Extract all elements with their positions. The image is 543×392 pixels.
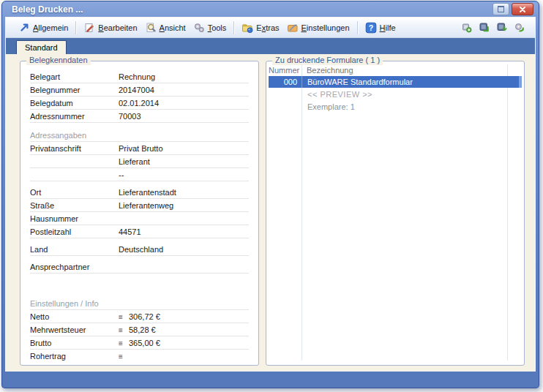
form-row: Lieferant (30, 155, 249, 168)
field-label: Ort (30, 188, 119, 197)
restore-icon (498, 6, 504, 12)
print-forms-panel: Zu druckende Formulare ( 1 ) Nummer Beze… (266, 61, 525, 366)
field-label: Belegart (30, 72, 119, 81)
menu-tools[interactable]: Tools (190, 20, 231, 35)
form-row: Postleitzahl44571 (30, 225, 249, 238)
import-icon[interactable] (496, 22, 507, 33)
menu-hilfe[interactable]: ?Hilfe (362, 20, 400, 35)
menu-bearbeiten[interactable]: Bearbeiten (80, 20, 141, 35)
field-value: 365,00 € (129, 339, 160, 347)
field-value: 44571 (119, 227, 141, 236)
field-value: Lieferant (119, 157, 150, 166)
selection-edge (519, 76, 522, 88)
menu-label-allgemein: Allgemein (33, 23, 68, 32)
table-rows: 000BüroWARE Standardformular (269, 76, 522, 88)
copies-line: Exemplare: 1 (269, 100, 522, 113)
window-body: AllgemeinBearbeitenAnsichtToolsExtrasEin… (5, 17, 536, 372)
field-label: Privatanschrift (30, 144, 119, 153)
field-label: Netto (30, 312, 119, 321)
export-icon[interactable] (479, 22, 490, 33)
field-label: Land (30, 245, 119, 254)
menu-label-einstellungen: Einstellungen (302, 23, 350, 32)
field-label: Hausnummer (30, 214, 119, 223)
form-row: StraßeLieferantenweg (30, 199, 249, 212)
window-title: Beleg Drucken ... (12, 4, 83, 15)
help-icon: ? (365, 22, 377, 34)
close-button[interactable] (512, 3, 533, 15)
form-row: Belegnummer20147004 (30, 83, 249, 97)
edit-page-icon (83, 22, 95, 34)
table-right-edge-line (507, 64, 508, 361)
preview-line: << PREVIEW >> (269, 88, 522, 100)
form-row: BelegartRechnung (30, 70, 249, 83)
document-data-form: BelegartRechnungBelegnummer20147004Beleg… (20, 70, 258, 361)
restore-button[interactable] (493, 3, 509, 15)
table-header: Nummer Bezeichnung (269, 64, 522, 76)
sum-icon: ≡ (119, 353, 129, 361)
menu-allgemein[interactable]: Allgemein (15, 20, 72, 35)
column-header-nummer: Nummer (269, 66, 302, 75)
cell-nummer: 000 (269, 78, 302, 86)
menu-separator (233, 21, 234, 34)
arrow-up-right-icon (18, 22, 30, 34)
copies-label: Exemplare: 1 (307, 102, 355, 111)
cell-bezeichnung: BüroWARE Standardformular (302, 76, 522, 88)
field-value: 20147004 (119, 86, 154, 94)
tab-strip: Standard (6, 38, 535, 54)
preview-label: << PREVIEW >> (307, 90, 372, 99)
field-value: Deutschland (119, 245, 163, 254)
form-row: OrtLieferantenstadt (30, 186, 249, 199)
menu-separator (75, 21, 76, 34)
sum-icon: ≡ (119, 314, 129, 321)
field-value: Rechnung (119, 72, 155, 81)
field-label: Mehrwertsteuer (30, 325, 119, 334)
gears-icon (193, 22, 205, 34)
form-row: Belegdatum02.01.2014 (30, 97, 249, 110)
menu-items: AllgemeinBearbeitenAnsichtToolsExtrasEin… (15, 20, 400, 35)
menu-label-bearbeiten: Bearbeiten (98, 23, 137, 32)
field-label: Adressnummer (30, 112, 119, 121)
form-row: Brutto≡365,00 € (30, 336, 249, 350)
menu-label-hilfe: Hilfe (380, 23, 396, 32)
form-spacer (20, 274, 258, 297)
menu-ansicht[interactable]: Ansicht (141, 20, 190, 35)
sum-icon: ≡ (119, 340, 129, 347)
window-controls (493, 3, 533, 15)
field-value: 02.01.2014 (119, 99, 159, 108)
document-data-panel-title: Belegkenndaten (26, 56, 91, 65)
menu-extras[interactable]: Extras (238, 20, 282, 35)
folder-ball-icon (241, 22, 253, 34)
menu-label-extras: Extras (256, 23, 279, 32)
svg-text:?: ? (368, 23, 372, 32)
title-bar[interactable]: Beleg Drucken ... (2, 1, 539, 17)
form-row: Rohertrag≡ (30, 350, 249, 361)
toolbar-right-icons (461, 22, 528, 33)
form-row: Hausnummer (30, 212, 249, 225)
form-row: Adressnummer70003 (30, 110, 249, 123)
field-label: Straße (30, 201, 119, 210)
form-row: Netto≡306,72 € (30, 310, 249, 323)
refresh-icon[interactable] (514, 22, 525, 33)
field-label: Einstellungen / Info (30, 299, 119, 308)
form-row: Mehrwertsteuer≡58,28 € (30, 323, 249, 336)
content-area: Belegkenndaten BelegartRechnungBelegnumm… (6, 54, 535, 371)
menu-separator (357, 21, 358, 34)
field-value: -- (119, 170, 124, 179)
printer-icon[interactable] (461, 22, 472, 33)
table-row[interactable]: 000BüroWARE Standardformular (269, 76, 522, 88)
column-header-bezeichnung: Bezeichnung (302, 66, 522, 75)
close-icon (520, 7, 525, 12)
form-row: PrivatanschriftPrivat Brutto (30, 142, 249, 155)
tab-standard[interactable]: Standard (16, 40, 67, 54)
menu-einstellungen[interactable]: Einstellungen (283, 20, 353, 35)
form-row: Ansprechpartner (30, 260, 249, 274)
field-value: 58,28 € (129, 325, 156, 334)
toolbar: AllgemeinBearbeitenAnsichtToolsExtrasEin… (6, 18, 535, 38)
document-data-panel: Belegkenndaten BelegartRechnungBelegnumm… (20, 61, 259, 366)
field-value: 306,72 € (129, 312, 160, 321)
form-row: LandDeutschland (30, 243, 249, 256)
menu-label-ansicht: Ansicht (160, 23, 186, 32)
field-value: Lieferantenweg (119, 201, 173, 210)
field-label: Brutto (30, 339, 119, 347)
form-section-row: Einstellungen / Info (30, 297, 249, 310)
